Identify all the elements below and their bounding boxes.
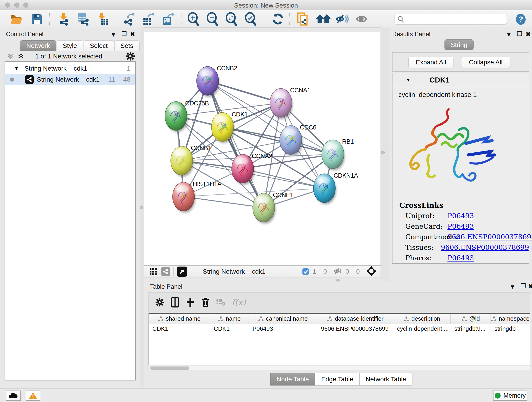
cloud-status-button[interactable] (6, 390, 21, 401)
network-options-gear-icon[interactable] (126, 51, 135, 62)
network-node-CCNA2[interactable]: CCNA2 (232, 153, 272, 185)
birds-eye-grid-icon[interactable] (149, 268, 157, 276)
detach-view-icon[interactable] (177, 267, 187, 277)
collapse-all-networks-icon[interactable] (7, 52, 15, 61)
table-cell[interactable]: stringdb (491, 324, 530, 333)
column-header[interactable]: shared name (149, 314, 210, 324)
table-row[interactable]: CDK1CDK1P064939606.ENSP00000378699cyclin… (149, 324, 530, 333)
column-header[interactable]: description (393, 314, 451, 324)
panel-menu-icon[interactable]: ▼ (510, 283, 515, 290)
float-panel-icon[interactable]: ❒ (517, 30, 522, 37)
network-row[interactable]: String Network – cdk1 11 48 (5, 74, 135, 85)
column-header[interactable]: @id (451, 314, 491, 324)
table-type-tab[interactable]: Node Table (270, 373, 315, 385)
create-column-icon[interactable] (186, 297, 195, 307)
column-header[interactable]: database identifier (317, 314, 393, 324)
table-cell[interactable]: P06493 (249, 324, 317, 333)
network-node-RB1[interactable]: RB1 (322, 138, 354, 171)
crosslink-link[interactable]: 9606.ENSP00000378699 (441, 243, 529, 251)
delete-column-icon[interactable] (201, 297, 210, 307)
zoom-in-button[interactable] (186, 12, 201, 26)
open-session-button[interactable] (9, 12, 24, 26)
search-input[interactable] (404, 16, 500, 23)
table-horizontal-scrollbar[interactable] (148, 366, 530, 370)
float-panel-icon[interactable]: ❒ (121, 30, 127, 37)
show-hidden-button[interactable] (355, 12, 370, 26)
table-cell[interactable]: 9606.ENSP00000378699 (317, 324, 393, 333)
table-cell[interactable]: CDK1 (210, 324, 249, 333)
column-header[interactable]: namespace (491, 314, 530, 324)
zoom-fit-icon (225, 12, 238, 26)
table-cell[interactable]: CDK1 (149, 324, 210, 333)
save-session-button[interactable] (29, 12, 44, 26)
zoom-fit-button[interactable] (224, 12, 239, 26)
network-edge[interactable] (243, 169, 324, 188)
show-all-networks-button[interactable] (316, 12, 331, 26)
hidden-eye-icon[interactable] (334, 267, 343, 276)
hide-unhide-button[interactable] (335, 12, 350, 26)
clone-network-button[interactable] (296, 12, 311, 26)
panel-menu-icon[interactable]: ▼ (506, 31, 512, 38)
column-header[interactable]: name (210, 314, 249, 324)
network-node-CCNA1[interactable]: CCNA1 (270, 87, 310, 119)
import-table-file-button[interactable] (95, 12, 110, 26)
section-expander-icon[interactable]: ▼ (406, 77, 411, 83)
network-canvas[interactable]: CCNB2CCNA1CDC25BCDK1CDC6RB1CCNB1CCNA2CDK… (144, 32, 381, 265)
network-edge[interactable] (184, 197, 264, 208)
control-panel-tab[interactable]: Select (84, 40, 114, 51)
expand-all-button[interactable]: Expand All (409, 57, 453, 68)
network-node-CDC6[interactable]: CDC6 (280, 124, 317, 156)
right-splitter-handle[interactable] (381, 151, 385, 154)
table-type-tab[interactable]: Edge Table (315, 373, 360, 385)
control-panel-tab[interactable]: Style (57, 40, 83, 51)
show-columns-icon[interactable] (171, 297, 179, 307)
column-header[interactable]: canonical name (249, 314, 317, 324)
network-graph[interactable]: CCNB2CCNA1CDC25BCDK1CDC6RB1CCNB1CCNA2CDK… (144, 32, 380, 265)
export-network-button[interactable] (121, 12, 137, 26)
network-node-CCNB2[interactable]: CCNB2 (196, 65, 237, 97)
crosslink-link[interactable]: P06493 (447, 212, 474, 220)
table-type-tab[interactable]: Network Table (360, 373, 412, 385)
network-node-CDKN1A[interactable]: CDKN1A (313, 172, 358, 204)
close-panel-icon[interactable]: ✖ (526, 31, 531, 38)
crosslink-link[interactable]: P06493 (447, 222, 474, 230)
network-type-icon[interactable] (161, 267, 170, 276)
network-node-HIST1H1A[interactable]: HIST1H1A (172, 181, 222, 213)
import-network-from-database-button[interactable] (76, 12, 91, 26)
close-panel-icon[interactable]: ✖ (528, 283, 532, 290)
apply-style-refresh-button[interactable] (270, 12, 285, 26)
crosslink-link[interactable]: 9606.ENSP00000378699 (447, 233, 532, 241)
network-collection-row[interactable]: ▼ String Network – cdk1 1 (5, 63, 135, 74)
crosslink-link[interactable]: P06493 (447, 254, 474, 262)
table-cell[interactable]: stringdb:9... (451, 324, 491, 333)
table-options-gear-icon[interactable] (155, 298, 164, 307)
pan-mode-crosshair-icon[interactable] (366, 266, 376, 277)
zoom-out-button[interactable] (205, 12, 220, 26)
zoom-selected-button[interactable] (243, 12, 259, 26)
gene-section-header[interactable]: ▼ CDK1 (393, 73, 529, 87)
warnings-button[interactable] (26, 390, 40, 401)
right-splitter[interactable] (381, 27, 389, 281)
export-table-button[interactable] (141, 12, 156, 26)
table-cell[interactable]: cyclin-dependent ... (393, 324, 451, 333)
memory-status-button[interactable]: Memory (493, 390, 527, 401)
control-panel-tab[interactable]: Network (20, 40, 56, 51)
close-panel-icon[interactable]: ✖ (130, 31, 135, 38)
collapse-all-button[interactable]: Collapse All (461, 57, 510, 68)
save-icon (31, 13, 43, 25)
network-node-CCNE1[interactable]: CCNE1 (253, 191, 293, 224)
tree-expander-icon[interactable]: ▼ (14, 65, 19, 71)
network-node-CCNB1[interactable]: CCNB1 (171, 145, 211, 177)
scrollbar-thumb[interactable] (150, 366, 190, 370)
left-splitter-handle[interactable] (140, 206, 143, 209)
export-image-button[interactable] (160, 12, 176, 26)
panel-menu-icon[interactable]: ▼ (110, 31, 116, 38)
control-panel-tab[interactable]: Sets (114, 40, 139, 51)
help-button[interactable]: ? (515, 13, 526, 26)
network-edge[interactable] (208, 81, 264, 208)
selected-checkbox[interactable] (302, 268, 309, 275)
import-network-file-button[interactable] (56, 12, 71, 26)
results-tab-string[interactable]: String (444, 39, 474, 50)
float-panel-icon[interactable]: ❒ (520, 282, 526, 289)
expand-all-networks-icon[interactable] (17, 52, 25, 61)
